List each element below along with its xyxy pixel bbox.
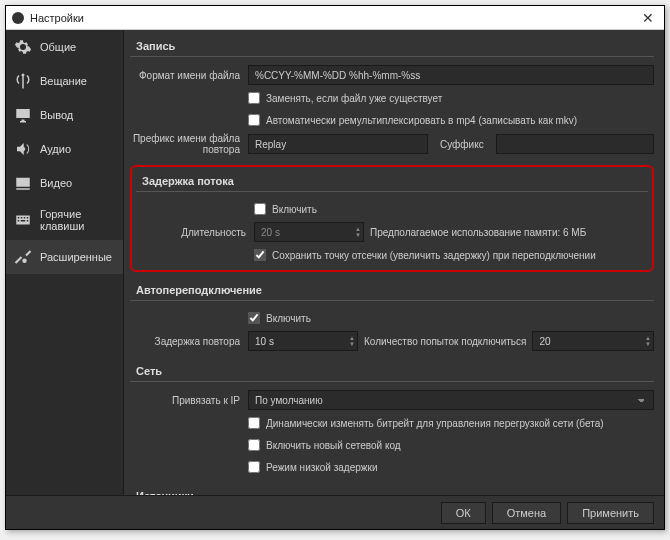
- sidebar: Общие Вещание Вывод Аудио Видео Горячие …: [6, 30, 124, 495]
- titlebar: Настройки ✕: [6, 6, 664, 30]
- replay-suffix-input[interactable]: [496, 134, 654, 154]
- chevron-down-icon[interactable]: ▼: [645, 341, 651, 347]
- bind-ip-label: Привязать к IP: [130, 395, 248, 406]
- settings-window: Настройки ✕ Общие Вещание Вывод Аудио Ви…: [5, 5, 665, 530]
- bind-ip-select[interactable]: По умолчанию: [248, 390, 654, 410]
- sidebar-item-hotkeys[interactable]: Горячие клавиши: [6, 200, 123, 240]
- new-netcode-label: Включить новый сетевой код: [266, 440, 401, 451]
- group-title: Сеть: [130, 361, 654, 382]
- chevron-down-icon[interactable]: ▼: [355, 232, 361, 238]
- display-icon: [14, 174, 32, 192]
- delay-duration-label: Длительность: [136, 227, 254, 238]
- sidebar-item-output[interactable]: Вывод: [6, 98, 123, 132]
- low-latency-label: Режим низкой задержки: [266, 462, 377, 473]
- cancel-button[interactable]: Отмена: [492, 502, 561, 524]
- delay-enable-label: Включить: [272, 204, 317, 215]
- new-netcode-checkbox[interactable]: [248, 439, 260, 451]
- delay-memory-hint: Предполагаемое использование памяти: 6 М…: [370, 227, 586, 238]
- group-network: Сеть Привязать к IPПо умолчанию Динамиче…: [130, 361, 654, 478]
- group-title: Запись: [130, 36, 654, 57]
- tools-icon: [14, 248, 32, 266]
- overwrite-label: Заменять, если файл уже существует: [266, 93, 442, 104]
- replay-prefix-input[interactable]: [248, 134, 428, 154]
- reconnect-delay-spinner[interactable]: 10 s▲▼: [248, 331, 358, 351]
- sidebar-item-advanced[interactable]: Расширенные: [6, 240, 123, 274]
- group-title: Автопереподключение: [130, 280, 654, 301]
- gear-icon: [14, 38, 32, 56]
- delay-preserve-label: Сохранить точку отсечки (увеличить задер…: [272, 250, 596, 261]
- sidebar-item-video[interactable]: Видео: [6, 166, 123, 200]
- dyn-bitrate-label: Динамически изменять битрейт для управле…: [266, 418, 604, 429]
- delay-duration-spinner[interactable]: 20 s▲▼: [254, 222, 364, 242]
- reconnect-enable-checkbox[interactable]: [248, 312, 260, 324]
- filename-format-label: Формат имени файла: [130, 70, 248, 81]
- group-reconnect: Автопереподключение Включить Задержка по…: [130, 280, 654, 353]
- filename-format-input[interactable]: [248, 65, 654, 85]
- group-title: Задержка потока: [136, 171, 648, 192]
- footer: ОК Отмена Применить: [6, 495, 664, 529]
- group-sources: Источники Включить аппаратное ускорение …: [130, 486, 654, 495]
- sidebar-label: Вывод: [40, 109, 73, 121]
- monitor-icon: [14, 106, 32, 124]
- close-icon[interactable]: ✕: [638, 10, 658, 26]
- content-area: Запись Формат имени файла Заменять, если…: [124, 30, 664, 495]
- overwrite-checkbox[interactable]: [248, 92, 260, 104]
- group-recording: Запись Формат имени файла Заменять, если…: [130, 36, 654, 157]
- sidebar-label: Аудио: [40, 143, 71, 155]
- replay-prefix-label: Префикс имени файла повтора: [130, 133, 248, 155]
- delay-preserve-checkbox[interactable]: [254, 249, 266, 261]
- apply-button[interactable]: Применить: [567, 502, 654, 524]
- reconnect-delay-label: Задержка повтора: [130, 336, 248, 347]
- sidebar-label: Горячие клавиши: [40, 208, 115, 232]
- remux-checkbox[interactable]: [248, 114, 260, 126]
- low-latency-checkbox[interactable]: [248, 461, 260, 473]
- reconnect-attempts-label: Количество попыток подключиться: [364, 336, 526, 347]
- dyn-bitrate-checkbox[interactable]: [248, 417, 260, 429]
- sidebar-item-stream[interactable]: Вещание: [6, 64, 123, 98]
- ok-button[interactable]: ОК: [441, 502, 486, 524]
- group-title: Источники: [130, 486, 654, 495]
- sidebar-label: Общие: [40, 41, 76, 53]
- sidebar-label: Расширенные: [40, 251, 112, 263]
- sidebar-label: Видео: [40, 177, 72, 189]
- sidebar-label: Вещание: [40, 75, 87, 87]
- chevron-down-icon[interactable]: ▼: [349, 341, 355, 347]
- reconnect-attempts-spinner[interactable]: 20▲▼: [532, 331, 654, 351]
- speaker-icon: [14, 140, 32, 158]
- app-icon: [12, 12, 24, 24]
- keyboard-icon: [14, 211, 32, 229]
- sidebar-item-general[interactable]: Общие: [6, 30, 123, 64]
- sidebar-item-audio[interactable]: Аудио: [6, 132, 123, 166]
- window-title: Настройки: [30, 12, 638, 24]
- replay-suffix-label: Суффикс: [434, 139, 490, 150]
- antenna-icon: [14, 72, 32, 90]
- delay-enable-checkbox[interactable]: [254, 203, 266, 215]
- remux-label: Автоматически ремультиплексировать в mp4…: [266, 115, 577, 126]
- reconnect-enable-label: Включить: [266, 313, 311, 324]
- group-stream-delay: Задержка потока Включить Длительность20 …: [130, 165, 654, 272]
